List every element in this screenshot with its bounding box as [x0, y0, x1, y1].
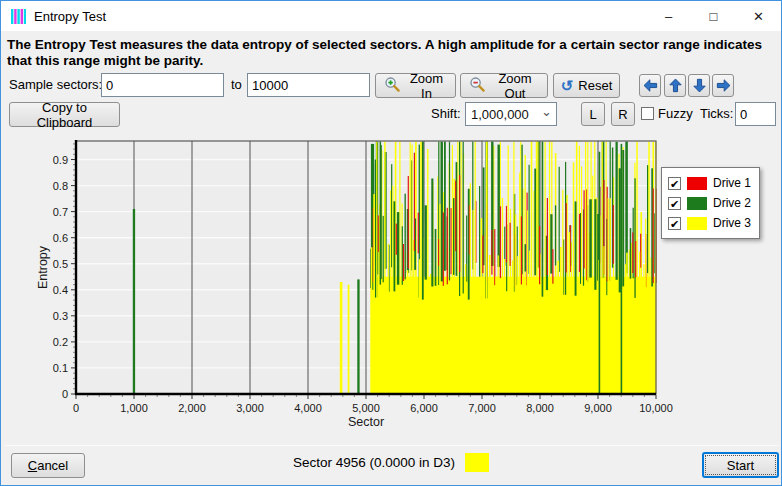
- drive1-label: Drive 1: [713, 176, 751, 190]
- window-title: Entropy Test: [34, 9, 106, 24]
- svg-text:0.6: 0.6: [53, 232, 68, 244]
- zoom-in-label: Zoom In: [406, 71, 447, 101]
- ticks-input[interactable]: [735, 102, 776, 126]
- copy-to-clipboard-button[interactable]: Copy to Clipboard: [9, 102, 120, 127]
- r-button-label: R: [618, 107, 627, 122]
- svg-text:0.5: 0.5: [53, 258, 68, 270]
- svg-text:0.1: 0.1: [53, 362, 68, 374]
- svg-text:0.8: 0.8: [53, 180, 68, 192]
- svg-text:1,000: 1,000: [120, 402, 148, 414]
- description-text: The Entropy Test measures the data entro…: [7, 37, 779, 69]
- fuzzy-label: Fuzzy: [658, 102, 693, 126]
- maximize-button[interactable]: □: [691, 1, 736, 31]
- start-label: Start: [727, 458, 754, 473]
- svg-text:0.3: 0.3: [53, 310, 68, 322]
- legend-item-drive3[interactable]: ✔ Drive 3: [668, 213, 751, 233]
- zoom-out-icon: [469, 76, 486, 96]
- reset-button[interactable]: ↺ Reset: [553, 73, 620, 98]
- l-button-label: L: [589, 107, 596, 122]
- svg-text:0.2: 0.2: [53, 336, 68, 348]
- entropy-chart[interactable]: 00.10.20.30.40.50.60.70.80.901,0002,0003…: [9, 134, 775, 442]
- zoom-out-button[interactable]: Zoom Out: [460, 73, 548, 98]
- drive3-color-swatch: [687, 217, 707, 230]
- shift-up-button[interactable]: [664, 74, 686, 97]
- ticks-label: Ticks:: [700, 102, 733, 126]
- drive3-checkbox[interactable]: ✔: [668, 217, 681, 230]
- sample-sectors-label: Sample sectors:: [9, 73, 102, 97]
- zoom-in-icon: [384, 76, 401, 96]
- start-button[interactable]: Start: [702, 452, 779, 478]
- l-button[interactable]: L: [581, 102, 605, 126]
- legend-item-drive2[interactable]: ✔ Drive 2: [668, 193, 751, 213]
- svg-text:0.7: 0.7: [53, 206, 68, 218]
- status-text: Sector 4956 (0.0000 in D3): [293, 455, 455, 470]
- arrow-left-icon: [642, 77, 659, 94]
- drive3-label: Drive 3: [713, 216, 751, 230]
- reset-icon: ↺: [561, 78, 574, 93]
- sample-sectors-from-input[interactable]: [101, 73, 224, 97]
- svg-text:5,000: 5,000: [352, 402, 380, 414]
- drive1-checkbox[interactable]: ✔: [668, 177, 681, 190]
- r-button[interactable]: R: [611, 102, 635, 126]
- svg-text:2,000: 2,000: [178, 402, 206, 414]
- svg-text:3,000: 3,000: [236, 402, 264, 414]
- svg-text:0: 0: [62, 388, 68, 400]
- chart-legend: ✔ Drive 1 ✔ Drive 2 ✔ Drive 3: [661, 167, 760, 239]
- minimize-button[interactable]: –: [646, 1, 691, 31]
- zoom-out-label: Zoom Out: [491, 71, 539, 101]
- drive2-color-swatch: [687, 197, 707, 210]
- title-bar: Entropy Test – □ ✕: [1, 1, 781, 31]
- maximize-icon: □: [710, 9, 718, 24]
- close-button[interactable]: ✕: [736, 1, 781, 31]
- entropy-test-window: Entropy Test – □ ✕ The Entropy Test meas…: [0, 0, 782, 486]
- to-label: to: [231, 73, 242, 97]
- shift-combobox[interactable]: 1,000,000 ⌄: [465, 102, 557, 126]
- shift-value: 1,000,000: [471, 107, 529, 122]
- status-readout: Sector 4956 (0.0000 in D3): [1, 453, 781, 472]
- close-icon: ✕: [753, 9, 764, 24]
- status-color-swatch: [465, 453, 489, 472]
- svg-text:Entropy: Entropy: [36, 245, 50, 289]
- arrow-right-icon: [715, 77, 732, 94]
- svg-text:0.9: 0.9: [53, 154, 68, 166]
- minimize-icon: –: [665, 9, 672, 24]
- svg-text:Sector: Sector: [348, 415, 384, 429]
- copy-to-clipboard-label: Copy to Clipboard: [18, 100, 111, 130]
- svg-text:9,000: 9,000: [584, 402, 612, 414]
- drive1-color-swatch: [687, 177, 707, 190]
- svg-text:4,000: 4,000: [294, 402, 322, 414]
- shift-left-button[interactable]: [639, 74, 661, 97]
- zoom-in-button[interactable]: Zoom In: [375, 73, 456, 98]
- drive2-label: Drive 2: [713, 196, 751, 210]
- app-icon: [10, 8, 27, 25]
- reset-label: Reset: [578, 78, 612, 93]
- svg-text:6,000: 6,000: [410, 402, 438, 414]
- svg-text:0.4: 0.4: [53, 284, 68, 296]
- sample-sectors-to-input[interactable]: [247, 73, 370, 97]
- drive2-checkbox[interactable]: ✔: [668, 197, 681, 210]
- svg-text:10,000: 10,000: [639, 402, 673, 414]
- chevron-down-icon: ⌄: [541, 104, 552, 119]
- fuzzy-checkbox[interactable]: [641, 107, 654, 120]
- cancel-label: Cancel: [28, 458, 68, 473]
- arrow-down-icon: [691, 77, 708, 94]
- footer-separator: [5, 445, 779, 446]
- legend-item-drive1[interactable]: ✔ Drive 1: [668, 173, 751, 193]
- svg-text:8,000: 8,000: [526, 402, 554, 414]
- shift-down-button[interactable]: [688, 74, 710, 97]
- cancel-button[interactable]: Cancel: [11, 453, 85, 478]
- svg-text:7,000: 7,000: [468, 402, 496, 414]
- shift-label: Shift:: [431, 102, 461, 126]
- arrow-up-icon: [667, 77, 684, 94]
- svg-text:0: 0: [73, 402, 79, 414]
- shift-right-button[interactable]: [712, 74, 734, 97]
